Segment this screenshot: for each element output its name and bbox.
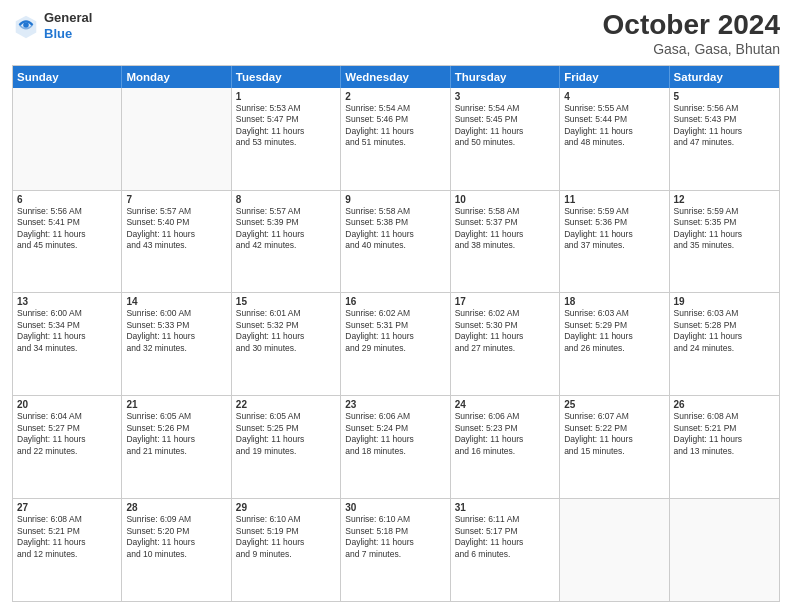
cal-cell: 10Sunrise: 5:58 AM Sunset: 5:37 PM Dayli… <box>451 191 560 293</box>
cal-cell: 20Sunrise: 6:04 AM Sunset: 5:27 PM Dayli… <box>13 396 122 498</box>
cal-cell: 9Sunrise: 5:58 AM Sunset: 5:38 PM Daylig… <box>341 191 450 293</box>
cell-info: Sunrise: 6:06 AM Sunset: 5:24 PM Dayligh… <box>345 411 445 457</box>
cell-info: Sunrise: 6:10 AM Sunset: 5:19 PM Dayligh… <box>236 514 336 560</box>
cell-info: Sunrise: 6:06 AM Sunset: 5:23 PM Dayligh… <box>455 411 555 457</box>
cal-cell: 14Sunrise: 6:00 AM Sunset: 5:33 PM Dayli… <box>122 293 231 395</box>
day-number: 15 <box>236 296 336 307</box>
cal-header-sunday: Sunday <box>13 66 122 88</box>
cell-info: Sunrise: 5:58 AM Sunset: 5:38 PM Dayligh… <box>345 206 445 252</box>
day-number: 30 <box>345 502 445 513</box>
cal-cell: 24Sunrise: 6:06 AM Sunset: 5:23 PM Dayli… <box>451 396 560 498</box>
cell-info: Sunrise: 6:02 AM Sunset: 5:30 PM Dayligh… <box>455 308 555 354</box>
day-number: 23 <box>345 399 445 410</box>
calendar: SundayMondayTuesdayWednesdayThursdayFrid… <box>12 65 780 602</box>
page: General Blue October 2024 Gasa, Gasa, Bh… <box>0 0 792 612</box>
cell-info: Sunrise: 5:58 AM Sunset: 5:37 PM Dayligh… <box>455 206 555 252</box>
day-number: 19 <box>674 296 775 307</box>
day-number: 18 <box>564 296 664 307</box>
cal-cell: 28Sunrise: 6:09 AM Sunset: 5:20 PM Dayli… <box>122 499 231 601</box>
cal-week-5: 27Sunrise: 6:08 AM Sunset: 5:21 PM Dayli… <box>13 498 779 601</box>
cal-cell: 6Sunrise: 5:56 AM Sunset: 5:41 PM Daylig… <box>13 191 122 293</box>
cell-info: Sunrise: 5:56 AM Sunset: 5:43 PM Dayligh… <box>674 103 775 149</box>
day-number: 16 <box>345 296 445 307</box>
day-number: 25 <box>564 399 664 410</box>
day-number: 22 <box>236 399 336 410</box>
cal-cell: 31Sunrise: 6:11 AM Sunset: 5:17 PM Dayli… <box>451 499 560 601</box>
cell-info: Sunrise: 6:03 AM Sunset: 5:29 PM Dayligh… <box>564 308 664 354</box>
cell-info: Sunrise: 5:55 AM Sunset: 5:44 PM Dayligh… <box>564 103 664 149</box>
calendar-header-row: SundayMondayTuesdayWednesdayThursdayFrid… <box>13 66 779 88</box>
cal-week-1: 1Sunrise: 5:53 AM Sunset: 5:47 PM Daylig… <box>13 88 779 190</box>
cell-info: Sunrise: 5:53 AM Sunset: 5:47 PM Dayligh… <box>236 103 336 149</box>
cell-info: Sunrise: 6:04 AM Sunset: 5:27 PM Dayligh… <box>17 411 117 457</box>
cal-header-monday: Monday <box>122 66 231 88</box>
day-number: 21 <box>126 399 226 410</box>
day-number: 8 <box>236 194 336 205</box>
title-block: October 2024 Gasa, Gasa, Bhutan <box>603 10 780 57</box>
day-number: 26 <box>674 399 775 410</box>
day-number: 4 <box>564 91 664 102</box>
cell-info: Sunrise: 5:57 AM Sunset: 5:40 PM Dayligh… <box>126 206 226 252</box>
svg-point-1 <box>23 22 29 28</box>
day-number: 11 <box>564 194 664 205</box>
day-number: 6 <box>17 194 117 205</box>
cal-cell <box>122 88 231 190</box>
day-number: 29 <box>236 502 336 513</box>
cal-cell: 18Sunrise: 6:03 AM Sunset: 5:29 PM Dayli… <box>560 293 669 395</box>
day-number: 5 <box>674 91 775 102</box>
cal-cell: 7Sunrise: 5:57 AM Sunset: 5:40 PM Daylig… <box>122 191 231 293</box>
day-number: 3 <box>455 91 555 102</box>
cell-info: Sunrise: 5:57 AM Sunset: 5:39 PM Dayligh… <box>236 206 336 252</box>
cal-cell: 26Sunrise: 6:08 AM Sunset: 5:21 PM Dayli… <box>670 396 779 498</box>
day-number: 14 <box>126 296 226 307</box>
cal-cell: 3Sunrise: 5:54 AM Sunset: 5:45 PM Daylig… <box>451 88 560 190</box>
cell-info: Sunrise: 6:01 AM Sunset: 5:32 PM Dayligh… <box>236 308 336 354</box>
cell-info: Sunrise: 6:03 AM Sunset: 5:28 PM Dayligh… <box>674 308 775 354</box>
day-number: 27 <box>17 502 117 513</box>
cal-cell: 30Sunrise: 6:10 AM Sunset: 5:18 PM Dayli… <box>341 499 450 601</box>
cal-cell: 1Sunrise: 5:53 AM Sunset: 5:47 PM Daylig… <box>232 88 341 190</box>
cell-info: Sunrise: 6:00 AM Sunset: 5:34 PM Dayligh… <box>17 308 117 354</box>
cal-cell: 11Sunrise: 5:59 AM Sunset: 5:36 PM Dayli… <box>560 191 669 293</box>
logo-text: General Blue <box>44 10 92 41</box>
cal-cell: 21Sunrise: 6:05 AM Sunset: 5:26 PM Dayli… <box>122 396 231 498</box>
day-number: 10 <box>455 194 555 205</box>
cal-cell: 17Sunrise: 6:02 AM Sunset: 5:30 PM Dayli… <box>451 293 560 395</box>
cal-cell: 19Sunrise: 6:03 AM Sunset: 5:28 PM Dayli… <box>670 293 779 395</box>
cal-cell: 29Sunrise: 6:10 AM Sunset: 5:19 PM Dayli… <box>232 499 341 601</box>
day-number: 17 <box>455 296 555 307</box>
cal-cell: 5Sunrise: 5:56 AM Sunset: 5:43 PM Daylig… <box>670 88 779 190</box>
cal-cell: 23Sunrise: 6:06 AM Sunset: 5:24 PM Dayli… <box>341 396 450 498</box>
day-number: 31 <box>455 502 555 513</box>
cal-week-2: 6Sunrise: 5:56 AM Sunset: 5:41 PM Daylig… <box>13 190 779 293</box>
calendar-body: 1Sunrise: 5:53 AM Sunset: 5:47 PM Daylig… <box>13 88 779 601</box>
location-title: Gasa, Gasa, Bhutan <box>603 41 780 57</box>
header: General Blue October 2024 Gasa, Gasa, Bh… <box>12 10 780 57</box>
day-number: 2 <box>345 91 445 102</box>
cell-info: Sunrise: 6:08 AM Sunset: 5:21 PM Dayligh… <box>674 411 775 457</box>
day-number: 28 <box>126 502 226 513</box>
cal-cell: 22Sunrise: 6:05 AM Sunset: 5:25 PM Dayli… <box>232 396 341 498</box>
cell-info: Sunrise: 6:02 AM Sunset: 5:31 PM Dayligh… <box>345 308 445 354</box>
cell-info: Sunrise: 6:08 AM Sunset: 5:21 PM Dayligh… <box>17 514 117 560</box>
logo-general-text: General <box>44 10 92 25</box>
day-number: 20 <box>17 399 117 410</box>
cal-cell: 25Sunrise: 6:07 AM Sunset: 5:22 PM Dayli… <box>560 396 669 498</box>
cal-cell: 13Sunrise: 6:00 AM Sunset: 5:34 PM Dayli… <box>13 293 122 395</box>
day-number: 24 <box>455 399 555 410</box>
cell-info: Sunrise: 5:56 AM Sunset: 5:41 PM Dayligh… <box>17 206 117 252</box>
cell-info: Sunrise: 6:05 AM Sunset: 5:25 PM Dayligh… <box>236 411 336 457</box>
day-number: 12 <box>674 194 775 205</box>
month-title: October 2024 <box>603 10 780 41</box>
cell-info: Sunrise: 5:59 AM Sunset: 5:35 PM Dayligh… <box>674 206 775 252</box>
cell-info: Sunrise: 6:07 AM Sunset: 5:22 PM Dayligh… <box>564 411 664 457</box>
cal-cell: 8Sunrise: 5:57 AM Sunset: 5:39 PM Daylig… <box>232 191 341 293</box>
cell-info: Sunrise: 6:00 AM Sunset: 5:33 PM Dayligh… <box>126 308 226 354</box>
logo-blue-text: Blue <box>44 26 72 41</box>
cell-info: Sunrise: 5:54 AM Sunset: 5:46 PM Dayligh… <box>345 103 445 149</box>
cal-header-friday: Friday <box>560 66 669 88</box>
cal-cell: 4Sunrise: 5:55 AM Sunset: 5:44 PM Daylig… <box>560 88 669 190</box>
cell-info: Sunrise: 6:10 AM Sunset: 5:18 PM Dayligh… <box>345 514 445 560</box>
cal-week-4: 20Sunrise: 6:04 AM Sunset: 5:27 PM Dayli… <box>13 395 779 498</box>
cal-cell <box>13 88 122 190</box>
